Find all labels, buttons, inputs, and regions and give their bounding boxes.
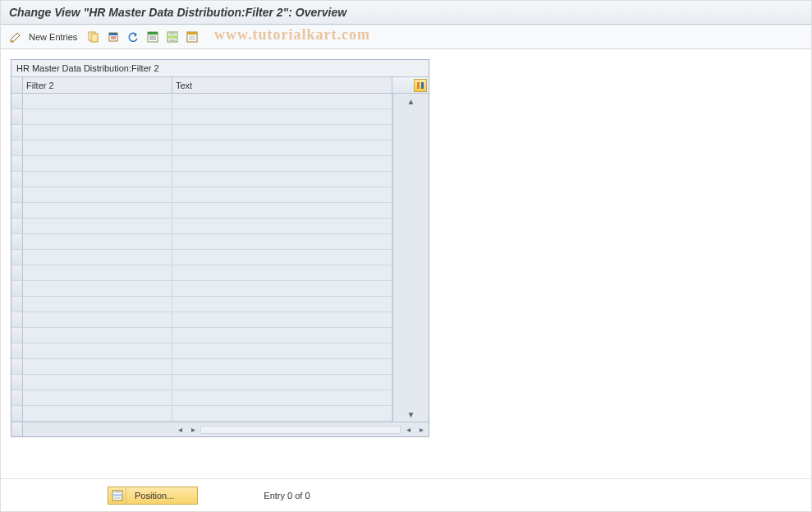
cell-filter2[interactable] <box>23 281 172 297</box>
column-header-filter2[interactable]: Filter 2 <box>23 77 172 93</box>
table-row <box>11 234 392 250</box>
title-bar: Change View "HR Master Data Distribution… <box>1 1 811 25</box>
cell-text[interactable] <box>172 328 392 344</box>
cell-text[interactable] <box>172 250 392 265</box>
cell-text[interactable] <box>172 390 392 406</box>
cell-filter2[interactable] <box>23 125 172 141</box>
cell-text[interactable] <box>172 203 392 219</box>
row-selector[interactable] <box>11 390 23 406</box>
row-selector[interactable] <box>11 94 23 109</box>
cell-filter2[interactable] <box>23 344 172 359</box>
table-row <box>11 375 392 390</box>
cell-filter2[interactable] <box>23 375 172 390</box>
copy-as-icon[interactable] <box>85 29 102 45</box>
panel-title: HR Master Data Distribution:Filter 2 <box>11 60 429 76</box>
cell-text[interactable] <box>172 141 392 156</box>
row-selector[interactable] <box>11 141 23 156</box>
cell-text[interactable] <box>172 281 392 297</box>
row-selector[interactable] <box>11 281 23 297</box>
scroll-right-end-icon[interactable]: ▸ <box>415 424 427 436</box>
table-row <box>11 281 392 297</box>
cell-filter2[interactable] <box>23 265 172 281</box>
cell-text[interactable] <box>172 109 392 125</box>
row-selector[interactable] <box>11 187 23 203</box>
row-selector[interactable] <box>11 328 23 344</box>
cell-filter2[interactable] <box>23 297 172 312</box>
delete-icon[interactable] <box>105 29 122 45</box>
row-selector[interactable] <box>11 203 23 219</box>
row-selector[interactable] <box>11 375 23 390</box>
svg-rect-11 <box>417 82 420 89</box>
cell-filter2[interactable] <box>23 141 172 156</box>
row-selector[interactable] <box>11 359 23 375</box>
scroll-left-icon[interactable]: ▸ <box>187 424 199 436</box>
scroll-right-icon[interactable]: ◂ <box>402 424 414 436</box>
hscroll-track[interactable] <box>200 426 401 434</box>
position-button[interactable]: Position... <box>108 487 198 505</box>
row-selector[interactable] <box>11 125 23 141</box>
cell-filter2[interactable] <box>23 359 172 375</box>
cell-text[interactable] <box>172 359 392 375</box>
cell-text[interactable] <box>172 219 392 234</box>
row-selector[interactable] <box>11 312 23 328</box>
cell-text[interactable] <box>172 234 392 250</box>
scroll-left-begin-icon[interactable]: ◂ <box>174 424 186 436</box>
table-settings-icon[interactable] <box>414 79 427 92</box>
cell-filter2[interactable] <box>23 328 172 344</box>
vertical-scrollbar[interactable]: ▲ ▼ <box>392 94 429 422</box>
row-selector[interactable] <box>11 344 23 359</box>
cell-filter2[interactable] <box>23 312 172 328</box>
cell-text[interactable] <box>172 344 392 359</box>
row-selector[interactable] <box>11 406 23 422</box>
deselect-all-icon[interactable] <box>184 29 200 45</box>
cell-filter2[interactable] <box>23 172 172 187</box>
cell-filter2[interactable] <box>23 219 172 234</box>
toggle-display-change-icon[interactable] <box>7 29 24 45</box>
cell-filter2[interactable] <box>23 406 172 422</box>
select-all-rows-handle[interactable] <box>11 77 23 93</box>
cell-text[interactable] <box>172 312 392 328</box>
svg-rect-0 <box>11 40 13 42</box>
cell-text[interactable] <box>172 156 392 172</box>
cell-text[interactable] <box>172 94 392 109</box>
cell-text[interactable] <box>172 125 392 141</box>
row-selector[interactable] <box>11 250 23 265</box>
cell-filter2[interactable] <box>23 156 172 172</box>
row-selector[interactable] <box>11 109 23 125</box>
undo-change-icon[interactable] <box>125 29 141 45</box>
table-panel: HR Master Data Distribution:Filter 2 Fil… <box>11 59 429 437</box>
cell-filter2[interactable] <box>23 250 172 265</box>
select-block-icon[interactable] <box>164 29 181 45</box>
row-selector[interactable] <box>11 156 23 172</box>
scroll-up-icon[interactable]: ▲ <box>406 95 417 107</box>
bottom-bar: Position... Entry 0 of 0 <box>1 478 811 511</box>
cell-text[interactable] <box>172 172 392 187</box>
cell-text[interactable] <box>172 187 392 203</box>
horizontal-scrollbar[interactable]: ◂ ▸ ◂ ▸ <box>172 422 429 436</box>
footer-corner <box>11 422 23 436</box>
cell-filter2[interactable] <box>23 94 172 109</box>
row-selector[interactable] <box>11 234 23 250</box>
table-row <box>11 297 392 312</box>
row-selector[interactable] <box>11 265 23 281</box>
cell-filter2[interactable] <box>23 109 172 125</box>
row-selector[interactable] <box>11 219 23 234</box>
cell-text[interactable] <box>172 375 392 390</box>
cell-filter2[interactable] <box>23 390 172 406</box>
table-row <box>11 312 392 328</box>
cell-filter2[interactable] <box>23 187 172 203</box>
cell-filter2[interactable] <box>23 234 172 250</box>
cell-text[interactable] <box>172 297 392 312</box>
cell-text[interactable] <box>172 406 392 422</box>
cell-filter2[interactable] <box>23 203 172 219</box>
new-entries-button[interactable]: New Entries <box>27 32 82 42</box>
svg-rect-6 <box>148 32 158 35</box>
position-button-label: Position... <box>135 491 174 500</box>
scroll-down-icon[interactable]: ▼ <box>406 408 417 420</box>
select-all-icon[interactable] <box>145 29 161 45</box>
row-selector[interactable] <box>11 297 23 312</box>
row-selector[interactable] <box>11 172 23 187</box>
table-row <box>11 187 392 203</box>
cell-text[interactable] <box>172 265 392 281</box>
column-header-text[interactable]: Text <box>172 77 392 93</box>
